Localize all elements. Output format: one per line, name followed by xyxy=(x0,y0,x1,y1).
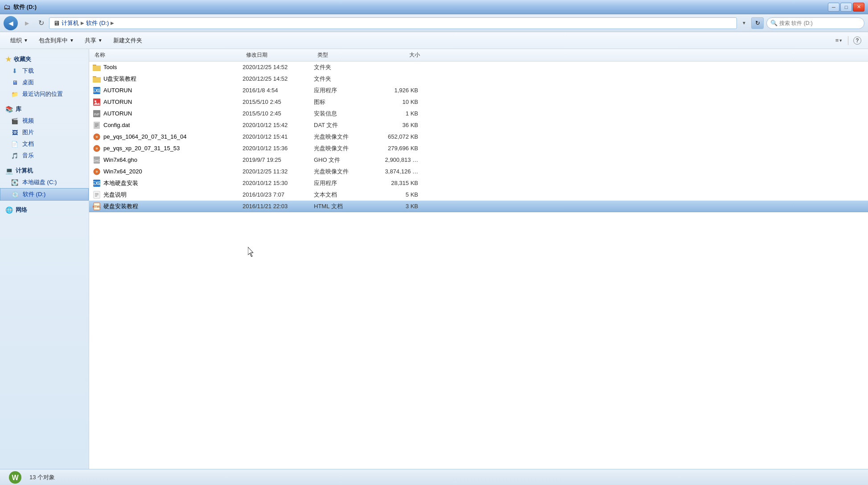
table-row[interactable]: Config.dat 2020/10/12 15:42 DAT 文件 36 KB xyxy=(89,119,868,131)
refresh-button[interactable]: ↻ xyxy=(36,18,46,29)
file-size: 10 KB xyxy=(372,99,425,105)
file-type: 图标 xyxy=(314,98,372,106)
new-folder-label: 新建文件夹 xyxy=(113,37,142,45)
table-row[interactable]: HTML 硬盘安装教程 2016/11/21 22:03 HTML 文档 3 K… xyxy=(89,201,868,212)
file-size: 28,315 KB xyxy=(372,180,425,186)
folder-icon xyxy=(93,63,101,71)
app-icon: EXE xyxy=(93,86,101,95)
file-list-header: 名称 修改日期 类型 大小 xyxy=(89,49,868,62)
file-type: 应用程序 xyxy=(314,86,372,95)
file-size: 3,874,126 … xyxy=(372,168,425,175)
table-row[interactable]: 光盘说明 2016/10/23 7:07 文本文档 5 KB xyxy=(89,189,868,201)
file-name: Win7x64_2020 xyxy=(103,168,243,175)
forward-button[interactable]: ▶ xyxy=(21,17,33,29)
new-folder-button[interactable]: 新建文件夹 xyxy=(108,34,147,47)
images-label: 图片 xyxy=(22,128,34,136)
minimize-button[interactable]: ─ xyxy=(828,3,839,12)
table-row[interactable]: Win7x64_2020 2020/12/25 11:32 光盘映像文件 3,8… xyxy=(89,166,868,177)
sidebar-item-music[interactable]: 🎵 音乐 xyxy=(0,150,89,161)
music-icon: 🎵 xyxy=(11,152,19,160)
computer-label: 计算机 xyxy=(16,167,33,175)
help-button[interactable]: ? xyxy=(852,35,863,46)
sidebar-network-header[interactable]: 🌐 网络 xyxy=(0,204,89,216)
sidebar-item-software-d[interactable]: 💿 软件 (D:) xyxy=(0,188,89,201)
iso-icon xyxy=(93,133,101,141)
table-row[interactable]: EXE 本地硬盘安装 2020/10/12 15:30 应用程序 28,315 … xyxy=(89,177,868,189)
address-dropdown-button[interactable]: ▼ xyxy=(740,17,749,29)
address-computer[interactable]: 计算机 xyxy=(62,19,79,27)
toolbar: 组织 ▼ 包含到库中 ▼ 共享 ▼ 新建文件夹 ≡ ▼ ? xyxy=(0,32,868,49)
sidebar-item-desktop[interactable]: 🖥 桌面 xyxy=(0,77,89,88)
file-name: Config.dat xyxy=(103,122,243,128)
table-row[interactable]: GHO Win7x64.gho 2019/9/7 19:25 GHO 文件 2,… xyxy=(89,154,868,166)
table-row[interactable]: pe_yqs_xp_20_07_31_15_53 2020/10/12 15:3… xyxy=(89,143,868,154)
svg-text:EXE: EXE xyxy=(93,181,101,186)
back-button[interactable]: ◀ xyxy=(4,16,18,30)
file-name: AUTORUN xyxy=(103,110,243,117)
file-type: 应用程序 xyxy=(314,179,372,187)
sidebar-item-download[interactable]: ⬇ 下载 xyxy=(0,65,89,77)
include-library-button[interactable]: 包含到库中 ▼ xyxy=(34,34,79,47)
close-button[interactable]: ✕ xyxy=(853,3,864,12)
file-date: 2020/10/12 15:30 xyxy=(243,180,314,186)
include-chevron-icon: ▼ xyxy=(70,38,74,43)
share-label: 共享 xyxy=(85,37,96,45)
table-row[interactable]: Tools 2020/12/25 14:52 文件夹 xyxy=(89,62,868,73)
organize-chevron-icon: ▼ xyxy=(24,38,28,43)
sidebar-computer-section: 💻 计算机 💽 本地磁盘 (C:) 💿 软件 (D:) xyxy=(0,165,89,201)
file-size: 652,072 KB xyxy=(372,133,425,140)
file-size: 1 KB xyxy=(372,110,425,117)
refresh-addr-button[interactable]: ↻ xyxy=(751,17,764,29)
address-drive[interactable]: 软件 (D:) xyxy=(86,19,109,27)
file-list-container: 名称 修改日期 类型 大小 Tools 2020/12/25 14:52 文件夹… xyxy=(89,49,868,469)
organize-button[interactable]: 组织 ▼ xyxy=(5,34,33,47)
share-chevron-icon: ▼ xyxy=(98,38,103,43)
sidebar-computer-header[interactable]: 💻 计算机 xyxy=(0,165,89,177)
file-size: 2,900,813 … xyxy=(372,156,425,163)
addressbar: ◀ ▶ ↻ 🖥 计算机 ▶ 软件 (D:) ▶ ▼ ↻ 🔍 xyxy=(0,14,868,32)
col-header-date[interactable]: 修改日期 xyxy=(244,51,316,59)
file-name: pe_yqs_1064_20_07_31_16_04 xyxy=(103,133,243,140)
table-row[interactable]: pe_yqs_1064_20_07_31_16_04 2020/10/12 15… xyxy=(89,131,868,143)
table-row[interactable]: AUTORUN 2015/5/10 2:45 图标 10 KB xyxy=(89,96,868,108)
folder-icon xyxy=(93,75,101,83)
col-header-name[interactable]: 名称 xyxy=(93,51,244,59)
file-date: 2020/10/12 15:42 xyxy=(243,122,314,128)
gho-icon: GHO xyxy=(93,156,101,164)
sidebar-item-images[interactable]: 🖼 图片 xyxy=(0,127,89,138)
file-name: 光盘说明 xyxy=(103,191,243,199)
col-header-type[interactable]: 类型 xyxy=(316,51,374,59)
file-type: GHO 文件 xyxy=(314,156,372,164)
file-size: 3 KB xyxy=(372,203,425,210)
titlebar-left: 🗂 软件 (D:) xyxy=(4,3,37,11)
local-c-label: 本地磁盘 (C:) xyxy=(22,178,57,186)
search-box[interactable]: 🔍 xyxy=(766,17,864,29)
desktop-icon: 🖥 xyxy=(11,78,19,86)
col-header-size[interactable]: 大小 xyxy=(374,51,427,59)
sidebar-libraries-header[interactable]: 📚 库 xyxy=(0,103,89,115)
svg-text:EXE: EXE xyxy=(93,88,101,93)
file-date: 2019/9/7 19:25 xyxy=(243,156,314,163)
table-row[interactable]: U盘安装教程 2020/12/25 14:52 文件夹 xyxy=(89,73,868,85)
file-name: 硬盘安装教程 xyxy=(103,202,243,210)
sidebar-item-docs[interactable]: 📄 文档 xyxy=(0,138,89,150)
search-input[interactable] xyxy=(779,20,860,26)
video-icon: 🎬 xyxy=(11,117,19,125)
file-date: 2020/10/12 15:41 xyxy=(243,133,314,140)
table-row[interactable]: INF AUTORUN 2015/5/10 2:45 安装信息 1 KB xyxy=(89,108,868,119)
help-icon: ? xyxy=(853,37,861,45)
file-date: 2016/11/21 22:03 xyxy=(243,203,314,210)
table-row[interactable]: EXE AUTORUN 2016/1/8 4:54 应用程序 1,926 KB xyxy=(89,85,868,96)
titlebar: 🗂 软件 (D:) ─ □ ✕ xyxy=(0,0,868,14)
share-button[interactable]: 共享 ▼ xyxy=(80,34,107,47)
maximize-button[interactable]: □ xyxy=(840,3,852,12)
sidebar-item-recent[interactable]: 📁 最近访问的位置 xyxy=(0,88,89,100)
file-date: 2015/5/10 2:45 xyxy=(243,110,314,117)
sidebar-item-video[interactable]: 🎬 视频 xyxy=(0,115,89,127)
file-type: 文本文档 xyxy=(314,191,372,199)
view-options-button[interactable]: ≡ ▼ xyxy=(834,35,844,46)
sidebar-item-local-c[interactable]: 💽 本地磁盘 (C:) xyxy=(0,177,89,188)
file-date: 2020/12/25 14:52 xyxy=(243,64,314,70)
sidebar-favorites-header[interactable]: ★ 收藏夹 xyxy=(0,53,89,65)
address-path[interactable]: 🖥 计算机 ▶ 软件 (D:) ▶ xyxy=(49,17,737,29)
